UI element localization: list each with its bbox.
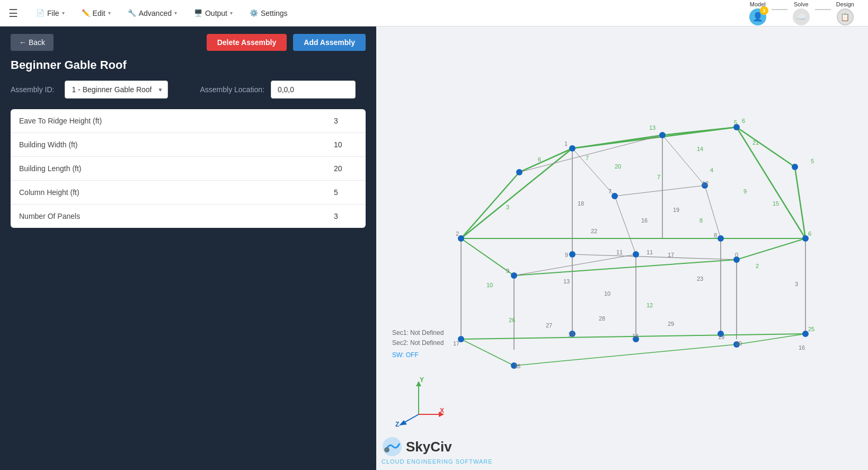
svg-marker-112 bbox=[399, 420, 407, 425]
workflow-steps: Model 👤 3 Solve ☁️ Design 📋 bbox=[744, 0, 860, 28]
svg-line-4 bbox=[737, 127, 795, 167]
settings-icon: ⚙️ bbox=[250, 9, 258, 17]
svg-text:6: 6 bbox=[538, 156, 541, 163]
skyciv-brand-name: SkyCiv bbox=[406, 439, 452, 455]
svg-text:14: 14 bbox=[632, 333, 639, 339]
edit-caret: ▾ bbox=[108, 10, 111, 16]
prop-name: Building Length (ft) bbox=[11, 157, 323, 180]
svg-text:8: 8 bbox=[699, 217, 703, 224]
svg-text:23: 23 bbox=[697, 276, 703, 282]
solve-circle: ☁️ bbox=[793, 8, 810, 25]
nav-edit[interactable]: ✏️ Edit ▾ bbox=[74, 6, 118, 21]
nav-file[interactable]: 📄 File ▾ bbox=[29, 6, 72, 21]
nav-output[interactable]: 🖥️ Output ▾ bbox=[187, 6, 240, 21]
svg-text:18: 18 bbox=[578, 200, 584, 207]
prop-value: 3 bbox=[323, 109, 366, 132]
solve-label: Solve bbox=[794, 1, 809, 7]
edit-icon: ✏️ bbox=[82, 9, 90, 17]
viewport: 5 6 5 6 25 13 14 21 15 8 7 20 7 6 3 10 bbox=[376, 26, 868, 470]
svg-point-43 bbox=[569, 251, 575, 258]
location-group: Assembly Location: bbox=[200, 81, 355, 99]
svg-line-26 bbox=[514, 254, 636, 276]
svg-line-2 bbox=[461, 148, 572, 238]
assembly-id-select[interactable]: 1 - Beginner Gable Roof bbox=[65, 81, 168, 99]
svg-text:Y: Y bbox=[420, 376, 424, 384]
assembly-location-label: Assembly Location: bbox=[200, 85, 264, 94]
prop-name: Eave To Ridge Height (ft) bbox=[11, 109, 323, 132]
svg-text:3: 3 bbox=[795, 281, 798, 287]
svg-text:14: 14 bbox=[697, 146, 703, 152]
connector-1 bbox=[772, 9, 787, 10]
svg-text:2: 2 bbox=[456, 230, 459, 237]
svg-text:29: 29 bbox=[668, 321, 674, 327]
back-button[interactable]: ← Back bbox=[11, 34, 54, 51]
svg-line-9 bbox=[514, 260, 737, 276]
panel-toolbar: ← Back Delete Assembly Add Assembly bbox=[0, 26, 376, 58]
prop-value: 10 bbox=[323, 133, 366, 156]
design-label: Design bbox=[836, 1, 854, 7]
svg-text:25: 25 bbox=[808, 326, 814, 332]
workflow-design[interactable]: Design 📋 bbox=[831, 0, 860, 28]
prop-value: 5 bbox=[323, 181, 366, 204]
nav-edit-label: Edit bbox=[93, 9, 105, 17]
design-circle: 📋 bbox=[837, 8, 854, 25]
topbar-right: Model 👤 3 Solve ☁️ Design 📋 bbox=[744, 0, 860, 26]
delete-assembly-button[interactable]: Delete Assembly bbox=[207, 34, 287, 51]
table-row: Eave To Ridge Height (ft)3 bbox=[11, 109, 366, 133]
delete-label: Delete Assembly bbox=[217, 38, 277, 47]
svg-text:13: 13 bbox=[649, 125, 656, 131]
nav-output-label: Output bbox=[205, 9, 227, 17]
svg-text:6: 6 bbox=[808, 230, 811, 237]
sec1-text: Sec1: Not Defined bbox=[392, 328, 444, 338]
svg-text:6: 6 bbox=[742, 118, 745, 124]
svg-text:0: 0 bbox=[735, 252, 738, 258]
svg-line-11 bbox=[572, 135, 662, 148]
nav-advanced[interactable]: 🔧 Advanced ▾ bbox=[120, 6, 184, 21]
add-assembly-button[interactable]: Add Assembly bbox=[293, 34, 366, 51]
svg-text:15: 15 bbox=[773, 200, 779, 207]
svg-text:11: 11 bbox=[646, 249, 653, 255]
advanced-icon: 🔧 bbox=[128, 9, 136, 17]
prop-name: Building Width (ft) bbox=[11, 133, 323, 156]
nav-settings-label: Settings bbox=[261, 9, 288, 17]
svg-text:12: 12 bbox=[646, 302, 653, 308]
svg-line-5 bbox=[795, 167, 805, 238]
assembly-location-input[interactable] bbox=[271, 81, 356, 99]
svg-text:8: 8 bbox=[714, 232, 717, 238]
output-icon: 🖥️ bbox=[194, 9, 202, 17]
svg-text:X: X bbox=[440, 407, 444, 414]
svg-line-28 bbox=[461, 339, 514, 366]
svg-text:16: 16 bbox=[641, 217, 648, 224]
svg-point-44 bbox=[633, 251, 639, 258]
assembly-id-select-wrapper[interactable]: 1 - Beginner Gable Roof bbox=[65, 81, 168, 99]
nav-settings[interactable]: ⚙️ Settings bbox=[242, 6, 295, 21]
svg-line-19 bbox=[519, 135, 662, 172]
svg-line-22 bbox=[615, 185, 705, 196]
prop-value: 3 bbox=[323, 205, 366, 228]
svg-point-40 bbox=[792, 164, 798, 170]
svg-text:12: 12 bbox=[702, 180, 708, 187]
svg-point-34 bbox=[569, 145, 575, 152]
svg-text:28: 28 bbox=[599, 315, 605, 322]
svg-line-29 bbox=[514, 344, 737, 366]
svg-text:5: 5 bbox=[811, 158, 814, 164]
assembly-id-label: Assembly ID: bbox=[11, 85, 54, 94]
svg-text:17: 17 bbox=[668, 252, 674, 258]
svg-text:2: 2 bbox=[756, 263, 759, 269]
assembly-title: Beginner Gable Roof bbox=[0, 58, 376, 81]
sec2-text: Sec2: Not Defined bbox=[392, 338, 444, 348]
menu-icon[interactable]: ☰ bbox=[8, 7, 18, 20]
nav-file-label: File bbox=[47, 9, 59, 17]
skyciv-logo-icon bbox=[382, 436, 403, 457]
add-label: Add Assembly bbox=[304, 38, 355, 47]
svg-point-115 bbox=[384, 447, 389, 453]
svg-text:4: 4 bbox=[710, 167, 713, 173]
workflow-solve[interactable]: Solve ☁️ bbox=[787, 0, 815, 28]
skyciv-tagline: CLOUD ENGINEERING SOFTWARE bbox=[382, 458, 493, 465]
svg-text:3: 3 bbox=[506, 204, 509, 210]
svg-text:26: 26 bbox=[509, 317, 515, 323]
svg-line-6 bbox=[737, 127, 805, 238]
main-layout: ← Back Delete Assembly Add Assembly Begi… bbox=[0, 26, 868, 470]
svg-text:7: 7 bbox=[657, 174, 660, 180]
workflow-model[interactable]: Model 👤 3 bbox=[744, 0, 772, 28]
